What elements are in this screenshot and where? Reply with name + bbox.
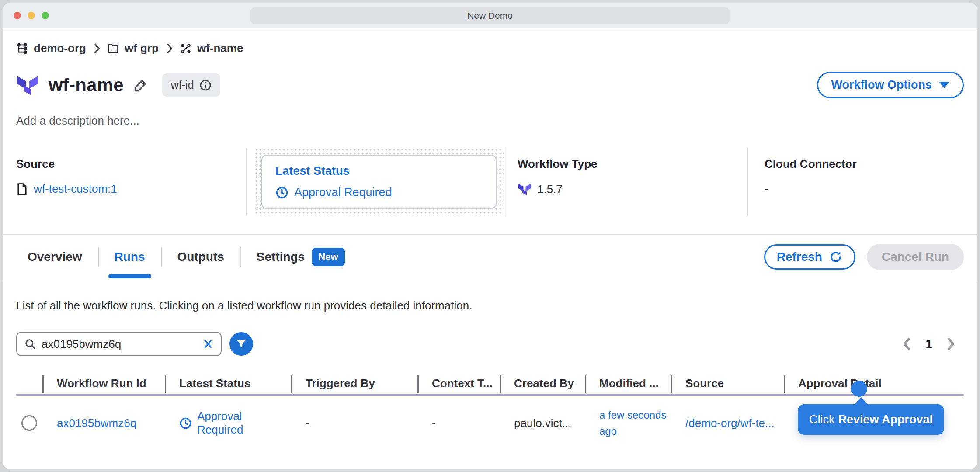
row-radio-button[interactable] (21, 415, 37, 431)
refresh-label: Refresh (777, 250, 822, 264)
source-link[interactable]: wf-test-custom:1 (34, 182, 117, 196)
tab-overview[interactable]: Overview (16, 250, 98, 264)
tooltip-arrow-icon (854, 397, 869, 405)
refresh-button[interactable]: Refresh (764, 244, 855, 270)
latest-status-value: Approval Required (294, 186, 392, 199)
row-status: Approval Required (197, 410, 291, 437)
chevron-right-icon (165, 43, 174, 54)
breadcrumb: demo-org wf grp (16, 42, 964, 55)
close-window-button[interactable] (14, 12, 21, 19)
column-header: Latest Status (165, 375, 291, 393)
tab-settings-label: Settings (257, 250, 305, 264)
clock-pending-icon (275, 186, 288, 199)
breadcrumb-group[interactable]: wf grp (107, 42, 159, 55)
tab-settings[interactable]: Settings New (241, 248, 361, 266)
runs-description: List of all the workflow runs. Clicking … (16, 299, 964, 312)
clear-search-icon[interactable] (202, 338, 214, 350)
workflow-id-label: wf-id (171, 79, 194, 91)
workflow-icon (180, 42, 192, 55)
edit-pencil-icon[interactable] (133, 78, 148, 93)
search-input[interactable] (42, 337, 197, 351)
breadcrumb-org-label: demo-org (34, 42, 86, 55)
cloud-connector-value: - (765, 182, 768, 196)
search-icon (24, 338, 36, 350)
tab-runs[interactable]: Runs (99, 250, 161, 264)
traffic-lights (14, 12, 49, 19)
tab-outputs[interactable]: Outputs (162, 250, 240, 264)
latest-status-highlight: Latest Status Approval Required (254, 148, 504, 216)
row-created-by: paulo.vict... (514, 416, 572, 430)
tab-runs-label: Runs (115, 250, 145, 264)
titlebar: New Demo (3, 3, 977, 28)
column-header: Approval Detail (784, 375, 964, 393)
workflow-id-chip: wf-id (162, 73, 220, 97)
workflow-type-label: Workflow Type (518, 157, 747, 171)
breadcrumb-workflow-label: wf-name (197, 42, 243, 55)
latest-status-card: Latest Status Approval Required (261, 155, 497, 209)
breadcrumb-org[interactable]: demo-org (16, 42, 86, 55)
tab-outputs-label: Outputs (177, 250, 224, 264)
workflow-options-label: Workflow Options (831, 78, 932, 92)
column-header: Source (671, 375, 784, 393)
click-tooltip: Click Review Approval (798, 404, 944, 435)
description-placeholder[interactable]: Add a description here... (16, 114, 964, 128)
workflow-options-button[interactable]: Workflow Options (817, 72, 964, 98)
column-header: Modified ... (585, 375, 671, 393)
latest-status-label: Latest Status (275, 164, 483, 178)
cloud-connector-label: Cloud Connector (765, 157, 964, 171)
org-icon (16, 42, 28, 55)
refresh-icon (829, 250, 843, 264)
run-id-link[interactable]: ax0195bwmz6q (57, 416, 136, 430)
column-header: Triggered By (291, 375, 417, 393)
prev-page-icon[interactable] (902, 337, 912, 351)
search-box (16, 332, 222, 356)
tooltip-prefix: Click (809, 413, 835, 427)
breadcrumb-group-label: wf grp (125, 42, 159, 55)
column-header: Workflow Run Id (42, 375, 165, 393)
filter-funnel-icon (235, 338, 247, 350)
breadcrumb-workflow[interactable]: wf-name (180, 42, 243, 55)
window-title: New Demo (250, 7, 730, 24)
workflow-type-value: 1.5.7 (537, 183, 563, 196)
terraform-logo-icon (16, 74, 39, 97)
pagination: 1 (902, 337, 956, 351)
clock-pending-icon (179, 417, 192, 430)
chevron-down-icon (939, 82, 949, 88)
tooltip-action: Review Approval (838, 413, 933, 427)
cursor-indicator (851, 381, 867, 397)
row-modified: a few seconds ago (599, 407, 669, 439)
page-number: 1 (925, 337, 932, 351)
divider (246, 148, 247, 216)
column-header: Created By (500, 375, 585, 393)
cancel-run-button[interactable]: Cancel Run (867, 244, 964, 270)
app-window: New Demo demo-org (3, 3, 977, 469)
folder-icon (107, 42, 119, 55)
filter-button[interactable] (229, 332, 253, 356)
page-title: wf-name (49, 75, 124, 96)
chevron-right-icon (92, 43, 101, 54)
row-context: - (432, 416, 436, 430)
zoom-window-button[interactable] (42, 12, 49, 19)
info-icon[interactable] (199, 79, 212, 91)
new-badge: New (312, 248, 344, 266)
column-header: Context T... (417, 375, 500, 393)
row-triggered-by: - (306, 416, 309, 430)
minimize-window-button[interactable] (28, 12, 35, 19)
file-icon (16, 183, 28, 196)
row-source-link[interactable]: /demo-org/wf-te... (685, 416, 775, 430)
next-page-icon[interactable] (945, 337, 956, 351)
tab-overview-label: Overview (28, 250, 82, 264)
source-label: Source (16, 157, 246, 171)
table-header: Workflow Run Id Latest Status Triggered … (16, 373, 964, 396)
terraform-small-icon (518, 182, 532, 196)
